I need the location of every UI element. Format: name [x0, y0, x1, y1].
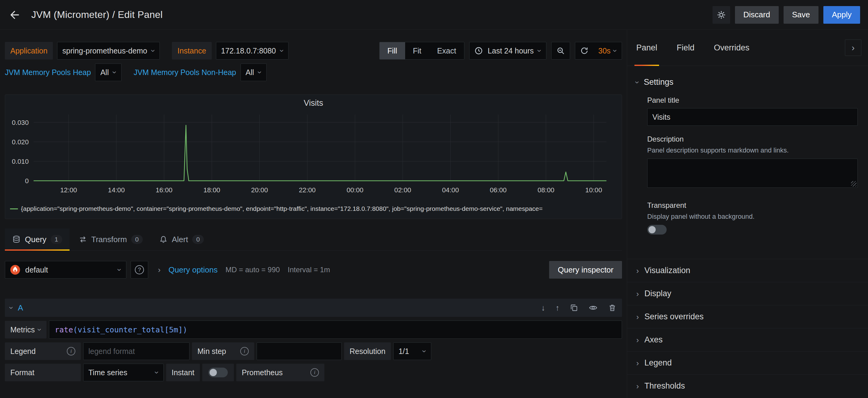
zoom-out-icon — [556, 47, 565, 55]
settings-section-header[interactable]: › Settings — [627, 66, 868, 87]
time-range-label: Last 24 hours — [488, 47, 534, 55]
variable-instance: Instance 172.18.0.7:8080 › — [172, 42, 288, 60]
instant-toggle-cell — [202, 364, 234, 381]
display-mode-exact[interactable]: Exact — [429, 42, 464, 59]
chevron-down-icon: › — [612, 50, 620, 52]
chevron-down-icon: › — [536, 50, 544, 52]
section-visualization[interactable]: › Visualization — [627, 259, 868, 282]
refresh-button[interactable] — [575, 42, 593, 59]
move-query-down-icon[interactable]: ↓ — [541, 303, 545, 313]
zoom-out-button[interactable] — [551, 42, 570, 60]
back-arrow-icon — [9, 9, 20, 20]
panel-title-input[interactable] — [647, 108, 858, 126]
legend-series-label[interactable]: {application="spring-prometheus-demo", c… — [21, 205, 543, 212]
back-button[interactable] — [0, 0, 29, 29]
section-legend[interactable]: › Legend — [627, 351, 868, 374]
instant-label-cell: Instant — [166, 364, 200, 381]
svg-text:12:00: 12:00 — [60, 186, 77, 194]
query-options-link[interactable]: Query options — [168, 265, 218, 275]
format-options-row: Format Time series › Instant Prometheus — [5, 364, 622, 381]
info-icon[interactable]: i — [240, 347, 249, 356]
variable-select-heap[interactable]: All › — [95, 63, 121, 81]
legend-label-cell: Legend i — [5, 342, 81, 360]
toggle-knob — [648, 226, 656, 233]
svg-text:20:00: 20:00 — [251, 186, 268, 194]
section-label: Display — [645, 289, 672, 298]
display-mode-fill[interactable]: Fill — [380, 42, 405, 59]
duplicate-query-icon[interactable] — [570, 304, 578, 312]
metrics-label: Metrics — [10, 326, 35, 334]
options-sidebar: Panel Field Overrides › › Settings Panel… — [627, 30, 868, 398]
tab-query[interactable]: Query 1 — [5, 228, 69, 250]
format-select[interactable]: Time series › — [83, 364, 164, 381]
time-range-picker[interactable]: Last 24 hours › — [469, 42, 546, 60]
variable-select-nonheap[interactable]: All › — [241, 63, 267, 81]
datasource-picker[interactable]: default › — [5, 261, 126, 279]
variable-select-instance[interactable]: 172.18.0.7:8080 › — [216, 42, 288, 60]
chevron-right-icon: › — [636, 336, 639, 344]
resolution-select[interactable]: 1/1 › — [393, 342, 431, 360]
panel-settings-button[interactable] — [713, 6, 730, 24]
panel-title: Visits — [5, 95, 622, 112]
tab-overrides[interactable]: Overrides — [714, 30, 749, 66]
apply-button[interactable]: Apply — [824, 6, 860, 24]
chevron-down-icon: › — [278, 50, 286, 52]
datasource-help-button[interactable]: ? — [131, 261, 148, 279]
svg-text:0.020: 0.020 — [12, 138, 29, 146]
save-button[interactable]: Save — [783, 6, 818, 24]
promql-expression-input[interactable]: rate(visit_counter_total[5m]) — [49, 320, 622, 339]
svg-text:0.030: 0.030 — [12, 119, 29, 126]
tab-panel[interactable]: Panel — [636, 30, 657, 66]
collapse-query-icon[interactable]: › — [8, 307, 16, 309]
info-icon[interactable]: i — [67, 347, 75, 356]
gear-icon — [717, 10, 726, 20]
display-mode-fit[interactable]: Fit — [405, 42, 429, 59]
min-step-label-cell: Min step i — [192, 342, 254, 360]
transparent-toggle[interactable] — [647, 225, 666, 235]
query-inspector-button[interactable]: Query inspector — [549, 261, 622, 279]
discard-button[interactable]: Discard — [735, 6, 779, 24]
query-ref-id: A — [18, 303, 23, 313]
heap-pools-link[interactable]: JVM Memory Pools Heap — [5, 68, 91, 77]
section-thresholds[interactable]: › Thresholds — [627, 374, 868, 397]
prometheus-icon — [10, 265, 20, 275]
sidebar-tabs: Panel Field Overrides › — [627, 30, 868, 66]
query-A-actions: ↓ ↑ — [541, 303, 617, 313]
panel-title-label: Panel title — [647, 96, 858, 104]
bell-icon — [159, 235, 168, 244]
metrics-dropdown[interactable]: Metrics › — [5, 321, 46, 338]
display-mode-group: Fill Fit Exact — [379, 42, 464, 60]
grafana-edit-panel-page: JVM (Micrometer) / Edit Panel Discard Sa… — [0, 0, 868, 398]
legend-format-input[interactable] — [83, 342, 189, 360]
move-query-up-icon[interactable]: ↑ — [556, 303, 559, 313]
section-series-overrides[interactable]: › Series overrides — [627, 305, 868, 328]
chart-legend: {application="spring-prometheus-demo", c… — [5, 203, 622, 212]
min-step-input[interactable] — [257, 342, 342, 360]
instant-toggle[interactable] — [208, 368, 228, 377]
variable-select-application[interactable]: spring-prometheus-demo › — [57, 42, 160, 60]
svg-text:06:00: 06:00 — [490, 186, 506, 194]
tab-transform[interactable]: Transform 0 — [71, 228, 150, 250]
min-step-label: Min step — [197, 347, 226, 356]
tab-alert[interactable]: Alert 0 — [152, 228, 211, 250]
description-textarea[interactable] — [647, 159, 858, 188]
svg-text:10:00: 10:00 — [585, 186, 602, 194]
query-A-header[interactable]: › A ↓ ↑ — [5, 299, 622, 317]
delete-query-trash-icon[interactable] — [608, 304, 617, 312]
refresh-interval-select[interactable]: 30s › — [593, 42, 622, 59]
section-label: Visualization — [645, 266, 690, 275]
collapse-sidebar-button[interactable]: › — [845, 39, 861, 56]
collapsed-sections: › Visualization › Display › Series overr… — [627, 259, 868, 397]
tab-field[interactable]: Field — [677, 30, 694, 66]
nonheap-pools-link[interactable]: JVM Memory Pools Non-Heap — [134, 68, 236, 77]
top-bar-actions: Discard Save Apply — [713, 6, 868, 24]
info-icon[interactable]: i — [310, 368, 319, 377]
section-display[interactable]: › Display — [627, 282, 868, 305]
chevron-right-icon: › — [851, 42, 855, 53]
variable-label-application: Application — [5, 42, 53, 60]
section-axes[interactable]: › Axes — [627, 328, 868, 351]
disable-query-eye-icon[interactable] — [589, 303, 598, 312]
svg-text:08:00: 08:00 — [537, 186, 554, 194]
description-help-text: Panel description supports markdown and … — [647, 147, 858, 154]
tab-transform-count: 0 — [131, 235, 143, 244]
